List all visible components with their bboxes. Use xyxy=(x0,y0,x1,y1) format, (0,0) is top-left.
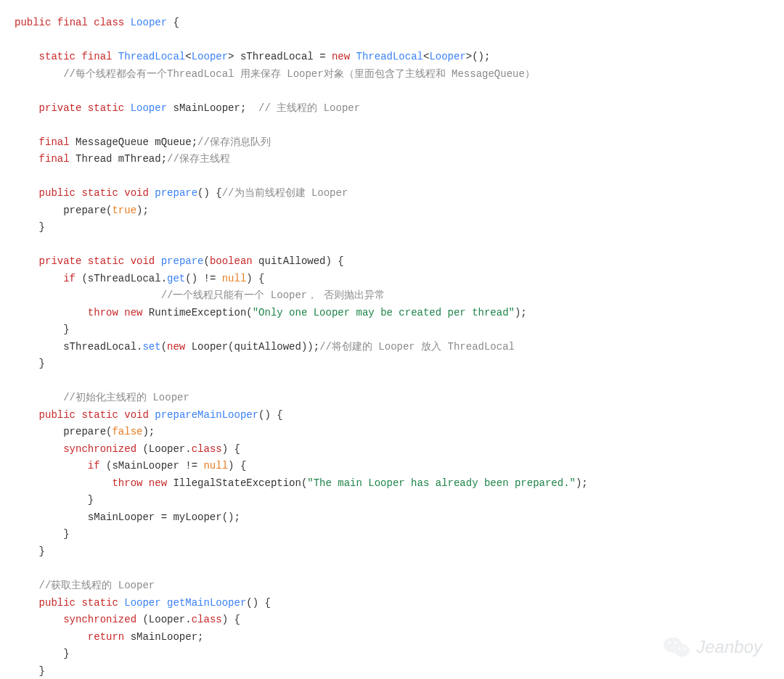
method: getMainLooper xyxy=(167,597,246,609)
txt: } xyxy=(39,546,45,557)
comment: //获取主线程的 Looper xyxy=(39,580,155,591)
type: ThreadLocal xyxy=(356,51,423,62)
txt: } xyxy=(63,528,69,540)
txt: sMainLooper; xyxy=(124,631,203,643)
txt: () { xyxy=(258,409,283,421)
txt: Looper(quitAllowed)); xyxy=(185,341,319,353)
kw: static xyxy=(81,597,118,609)
kw: private xyxy=(39,255,82,267)
kw: new xyxy=(167,341,185,353)
txt: ( xyxy=(161,341,167,353)
txt: (sThreadLocal. xyxy=(75,273,167,284)
txt: sMainLooper = myLooper(); xyxy=(88,511,240,523)
txt: () { xyxy=(246,597,271,609)
kw: final xyxy=(39,153,70,165)
kw: static xyxy=(88,102,124,114)
type: Looper xyxy=(131,102,167,114)
kw: final xyxy=(81,51,112,62)
txt: (Looper. xyxy=(136,443,192,455)
txt: ( xyxy=(203,255,209,267)
kw: synchronized xyxy=(63,443,136,455)
kw: void xyxy=(124,409,149,421)
txt: } xyxy=(88,494,94,506)
type: Looper xyxy=(124,597,160,609)
txt: () { xyxy=(197,187,222,199)
kw: class xyxy=(192,443,222,455)
txt: ); xyxy=(576,477,588,489)
kw: new xyxy=(332,51,350,62)
txt: ); xyxy=(136,205,149,216)
txt: prepare( xyxy=(63,426,112,437)
txt: quitAllowed) { xyxy=(253,255,344,267)
code-block: public final class Looper { static final… xyxy=(15,15,769,679)
txt: sMainLooper; xyxy=(167,102,258,114)
method: prepareMainLooper xyxy=(155,409,258,421)
comment: //将创建的 Looper 放入 ThreadLocal xyxy=(319,341,515,353)
txt: ) { xyxy=(222,443,240,455)
txt: (sMainLooper != xyxy=(100,460,204,472)
comment: //初始化主线程的 Looper xyxy=(63,392,189,403)
kw: public xyxy=(39,597,75,609)
txt: } xyxy=(63,324,69,335)
comment: //保存消息队列 xyxy=(197,136,271,148)
str: "The main Looper has already been prepar… xyxy=(307,477,576,489)
txt: sThreadLocal. xyxy=(63,341,142,353)
txt: ); xyxy=(142,426,155,437)
txt: RuntimeException( xyxy=(142,307,252,318)
kw: return xyxy=(88,631,124,643)
kw: void xyxy=(131,255,155,267)
lit: true xyxy=(112,205,136,216)
lit: false xyxy=(112,426,142,437)
method: prepare xyxy=(161,255,204,267)
txt: MessageQueue mQueue; xyxy=(70,136,197,148)
kw: static xyxy=(88,255,124,267)
kw: synchronized xyxy=(63,614,136,625)
kw: static xyxy=(81,187,118,199)
kw: public xyxy=(39,409,75,421)
kw: if xyxy=(63,273,75,284)
kw: public xyxy=(15,17,51,28)
type: ThreadLocal xyxy=(118,51,185,62)
comment: //为当前线程创建 Looper xyxy=(222,187,348,199)
kw: class xyxy=(192,614,222,625)
kw: new xyxy=(124,307,142,318)
kw: static xyxy=(39,51,75,62)
type: Looper xyxy=(192,51,228,62)
txt: } xyxy=(63,648,69,659)
txt: ) { xyxy=(222,614,240,625)
txt: > sThreadLocal = xyxy=(228,51,332,62)
kw: static xyxy=(81,409,118,421)
type: Looper xyxy=(131,17,167,28)
kw: private xyxy=(39,102,82,114)
comment: //保存主线程 xyxy=(167,153,230,165)
lit: null xyxy=(222,273,247,284)
kw: void xyxy=(124,187,149,199)
comment: //每个线程都会有一个ThreadLocal 用来保存 Looper对象（里面包… xyxy=(63,68,535,80)
txt: < xyxy=(185,51,191,62)
txt: { xyxy=(167,17,179,28)
kw: class xyxy=(94,17,124,28)
str: "Only one Looper may be created per thre… xyxy=(253,307,515,318)
comment: // 主线程的 Looper xyxy=(258,102,360,114)
kw: if xyxy=(88,460,100,472)
kw: new xyxy=(149,477,167,489)
kw: public xyxy=(39,187,75,199)
txt: prepare( xyxy=(63,205,112,216)
lit: null xyxy=(203,460,228,472)
method: set xyxy=(142,341,160,353)
method: prepare xyxy=(155,187,197,199)
txt: } xyxy=(39,665,45,677)
txt: () != xyxy=(185,273,221,284)
kw: final xyxy=(39,136,70,148)
method: get xyxy=(167,273,185,284)
kw: final xyxy=(57,17,88,28)
txt: ) { xyxy=(228,460,246,472)
txt: >(); xyxy=(466,51,491,62)
txt: ); xyxy=(515,307,527,318)
txt: ) { xyxy=(246,273,264,284)
kw: boolean xyxy=(210,255,253,267)
txt: Thread mThread; xyxy=(70,153,167,165)
kw: throw xyxy=(88,307,118,318)
txt: } xyxy=(39,221,45,233)
comment: //一个线程只能有一个 Looper， 否则抛出异常 xyxy=(161,289,385,301)
